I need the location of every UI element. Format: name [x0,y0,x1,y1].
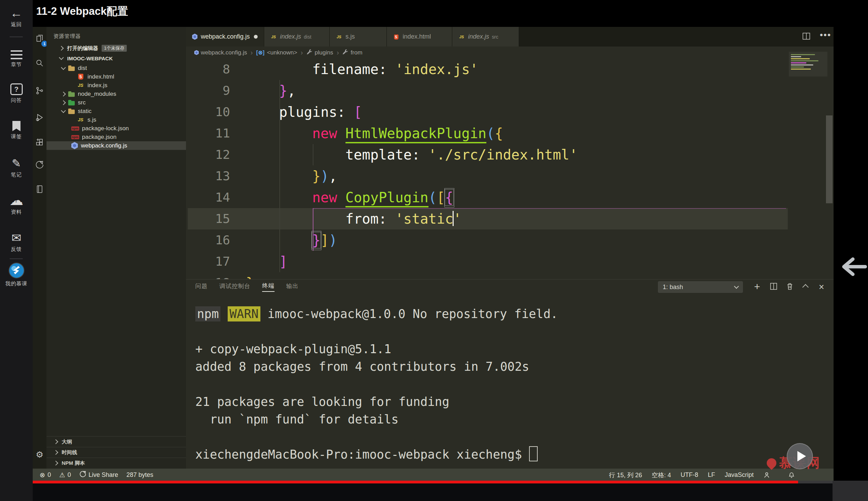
breadcrumb-separator: › [250,49,253,57]
tab-webpack.config.js[interactable]: webpack.config.js [186,27,264,47]
status-item[interactable]: JavaScript [725,471,754,479]
code-token: ' [453,211,462,227]
breadcrumb-item[interactable]: webpack.config.js [195,49,247,56]
code-text: }), [246,165,337,187]
breadcrumb-item[interactable]: plugins [307,49,333,57]
notebook-icon[interactable] [35,185,44,194]
split-terminal-icon[interactable] [768,282,779,292]
live-share-icon[interactable] [35,161,44,170]
tab-index.html[interactable]: index.html [387,27,452,47]
editor-scrollbar[interactable] [826,115,833,203]
sidebar-item-imooc-logo[interactable]: 我的慕课 [0,263,33,287]
code-editor[interactable]: 8filename: 'index.js'9},10plugins: [11ne… [186,59,834,279]
breadcrumb-item[interactable]: [⊗]<unknown> [256,49,297,56]
code-line: 9}, [186,80,834,101]
breadcrumb-separator: › [337,49,339,57]
explorer-icon[interactable]: 1 [35,34,44,43]
run-and-debug-icon[interactable] [35,113,44,122]
tree-item-label: s.js [87,116,96,123]
sidebar-item-bookmark[interactable]: 课签 [0,120,33,140]
code-token: HtmlWebpackPlugin [345,125,486,143]
chevron-right-icon [61,91,66,96]
tree-item[interactable]: package.json [46,133,186,141]
explorer-section-大纲[interactable]: 大纲 [46,436,186,447]
open-editors-section[interactable]: 打开的编辑器 1个未保存 [46,44,186,53]
sidebar-item-chapters[interactable]: 章节 [0,48,33,68]
kill-terminal-icon[interactable] [785,282,795,292]
status-text: Live Share [89,471,118,479]
new-terminal-icon[interactable]: + [752,282,762,292]
tree-item[interactable]: node_modules [46,90,186,98]
more-actions-icon[interactable]: ••• [820,30,831,39]
extensions-icon[interactable] [35,138,44,147]
terminal-line: + copy-webpack-plugin@5.1.1 [195,340,391,358]
status-text: LF [708,471,715,479]
webpack-icon [194,50,199,55]
tree-item[interactable]: s.js [46,115,186,124]
tab-suffix: dist [304,34,311,40]
breadcrumb-label: <unknown> [267,49,297,56]
panel-tabs: 问题调试控制台终端输出 [195,279,299,294]
video-progress-bar[interactable] [33,481,833,483]
sidebar-item-back-arrow[interactable]: 返回 [0,7,33,28]
notifications-bell-icon[interactable] [788,472,795,479]
terminal-line: added 8 packages from 4 contributors in … [195,358,529,376]
sidebar-item-qa[interactable]: 问答 [0,82,33,104]
source-control-icon[interactable] [35,86,44,95]
tree-item-label: dist [78,65,87,72]
js-file-icon [270,34,277,40]
status-text: 空格: 4 [652,471,671,479]
workspace-root[interactable]: IMOOC-WEBPACK [46,54,186,63]
tab-index.js[interactable]: index.jsdist [264,27,330,47]
sidebar-item-label: 章节 [0,61,33,68]
js-file-icon [458,34,465,40]
status-item[interactable]: 287 bytes [126,471,153,479]
close-panel-icon[interactable]: × [816,282,827,292]
tree-item[interactable]: index.html [46,72,186,81]
previous-section-arrow[interactable] [835,255,868,278]
maximize-panel-icon[interactable] [800,282,810,292]
status-warning[interactable]: ⚠0 [59,471,71,479]
sidebar-item-feedback[interactable]: 反馈 [0,232,33,253]
code-token: ( [486,125,495,141]
tree-item[interactable]: static [46,107,186,115]
js-file-icon [77,82,84,89]
settings-gear-icon[interactable]: ⚙ [35,450,44,459]
code-line: 14new CopyPlugin([{ [186,187,834,208]
line-number: 18 [186,272,230,279]
terminal-text [220,307,228,321]
explorer-section-NPM 脚本[interactable]: NPM 脚本 [46,458,186,468]
shell-selector[interactable]: 1: bash [658,281,743,293]
tab-suffix: src [492,34,498,40]
tree-item[interactable]: src [46,98,186,107]
tree-item[interactable]: index.js [46,81,186,90]
minimap[interactable] [789,52,827,76]
tab-index.js[interactable]: index.jssrc [452,27,519,47]
code-line: 11new HtmlWebpackPlugin({ [186,123,834,144]
wrench-icon [307,49,312,57]
status-error[interactable]: ⊗0 [40,471,51,479]
status-item[interactable]: LF [708,471,715,479]
bracket-match-box [311,231,321,250]
feedback-icon[interactable] [763,472,770,479]
sidebar-item-materials[interactable]: 资料 [0,194,33,215]
panel-tab-问题[interactable]: 问题 [195,282,208,292]
status-item[interactable]: 行 15, 列 26 [609,471,642,479]
tree-item[interactable]: dist [46,64,186,72]
explorer-section-时间线[interactable]: 时间线 [46,447,186,458]
breadcrumb-item[interactable]: from [342,49,362,57]
panel-tab-输出[interactable]: 输出 [286,282,299,292]
tree-item[interactable]: webpack.config.js [46,141,186,150]
status-item[interactable]: 空格: 4 [652,471,671,479]
terminal-text: npm [195,306,220,321]
tree-item[interactable]: package-lock.json [46,124,186,133]
status-item[interactable]: UTF-8 [681,471,698,479]
tab-s.js[interactable]: s.js [330,27,387,47]
panel-tab-调试控制台[interactable]: 调试控制台 [219,282,250,292]
play-overlay-button[interactable] [787,443,813,469]
sidebar-item-notes[interactable]: 笔记 [0,157,33,178]
panel-tab-终端[interactable]: 终端 [262,282,275,292]
split-editor-icon[interactable] [802,32,811,42]
search-icon[interactable] [35,59,44,68]
status-live-share[interactable]: Live Share [79,471,118,479]
